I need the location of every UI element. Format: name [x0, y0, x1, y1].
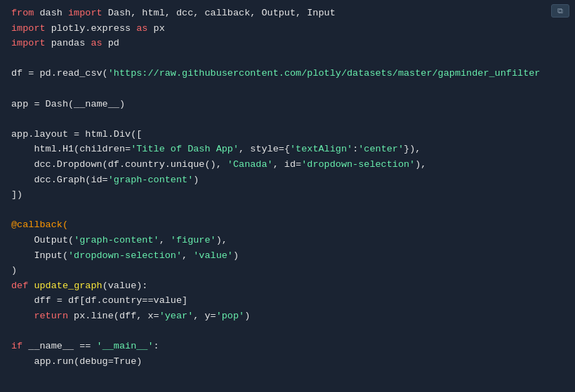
code-line [0, 81, 575, 97]
code-line [0, 51, 575, 67]
code-line: if __name__ == '__main__': [0, 339, 575, 354]
code-line: dcc.Graph(id='graph-content') [0, 173, 575, 188]
code-line: import pandas as pd [0, 36, 575, 51]
code-line [0, 203, 575, 218]
code-line: import plotly.express as px [0, 21, 575, 36]
code-line: app = Dash(__name__) [0, 97, 575, 112]
code-line: from dash import Dash, html, dcc, callba… [0, 6, 575, 21]
code-line [0, 323, 575, 339]
code-line: app.run(debug=True) [0, 354, 575, 370]
code-line: df = pd.read_csv('https://raw.githubuser… [0, 66, 575, 81]
code-editor: ⧉ from dash import Dash, html, dcc, call… [0, 0, 575, 392]
code-line: Output('graph-content', 'figure'), [0, 233, 575, 248]
code-line: ) [0, 263, 575, 278]
code-line: dff = df[df.country==value] [0, 293, 575, 309]
code-line: app.layout = html.Div([ [0, 127, 575, 142]
code-line [0, 111, 575, 127]
code-block: from dash import Dash, html, dcc, callba… [0, 6, 575, 369]
code-line: dcc.Dropdown(df.country.unique(), 'Canad… [0, 157, 575, 173]
code-line: Input('dropdown-selection', 'value') [0, 248, 575, 264]
code-line: return px.line(dff, x='year', y='pop') [0, 309, 575, 324]
code-line: ]) [0, 187, 575, 203]
code-line: @callback( [0, 217, 575, 233]
copy-button[interactable]: ⧉ [551, 4, 569, 18]
code-line: html.H1(children='Title of Dash App', st… [0, 142, 575, 157]
code-line: def update_graph(value): [0, 278, 575, 294]
